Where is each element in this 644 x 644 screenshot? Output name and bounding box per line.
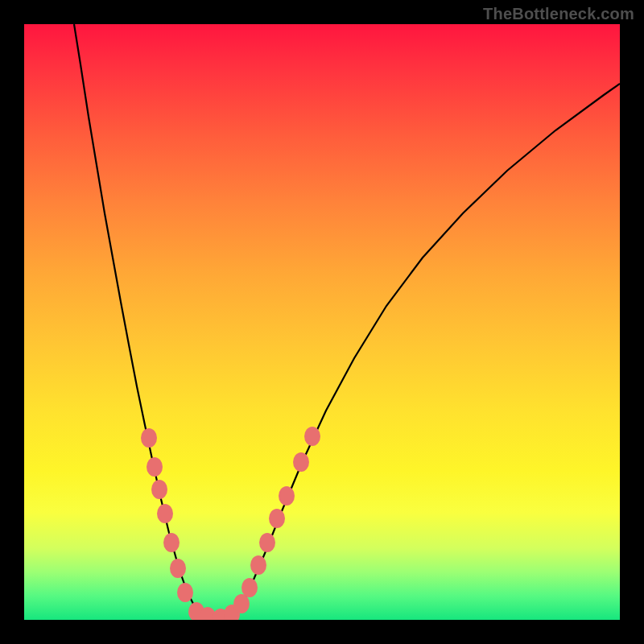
curve-svg [24, 24, 620, 620]
marker-dot [279, 486, 295, 506]
marker-dot [151, 480, 167, 499]
marker-dot [269, 509, 285, 528]
marker-dot [233, 594, 250, 613]
marker-dot [170, 559, 186, 578]
marker-dot [250, 555, 266, 575]
marker-dot [304, 427, 320, 446]
marker-group [141, 427, 320, 620]
chart-frame: TheBottleneck.com [0, 0, 644, 644]
bottleneck-curve [74, 24, 620, 618]
marker-dot [242, 578, 258, 597]
marker-dot [293, 452, 309, 472]
marker-dot [163, 533, 180, 552]
marker-dot [259, 533, 275, 552]
watermark-text: TheBottleneck.com [483, 5, 634, 23]
marker-dot [147, 457, 163, 477]
marker-dot [177, 583, 193, 602]
marker-dot [157, 504, 173, 523]
marker-dot [141, 428, 157, 448]
plot-area [24, 24, 620, 620]
